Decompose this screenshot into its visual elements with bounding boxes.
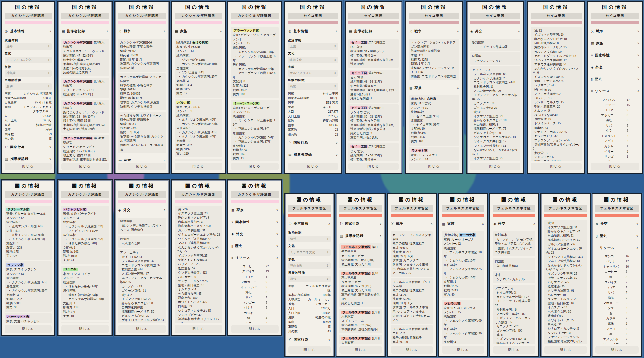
chevron-up-icon[interactable]: ∧ <box>396 29 398 33</box>
select-文化[interactable]: 猿渡文化⇕ <box>288 57 338 63</box>
select-政治体制[interactable]: 連邦⇕ <box>288 236 331 242</box>
chevron-up-icon[interactable]: ∧ <box>457 29 459 33</box>
close-button[interactable]: 閉じる <box>118 325 166 333</box>
close-button[interactable]: 閉じる <box>348 163 399 170</box>
select-政治体制[interactable]: 連邦⇕ <box>5 43 52 50</box>
country-name-button[interactable]: フェルネスタ軍管区 <box>595 205 639 212</box>
country-name-button[interactable]: カクシケルザ評議国 <box>61 13 109 19</box>
select-政治体制[interactable]: 王国⇕ <box>288 43 338 50</box>
close-button[interactable]: 閉じる <box>5 163 52 170</box>
section-header-国家行為[interactable]: ⚐国家行為∨ <box>5 141 52 153</box>
close-button[interactable]: 閉じる <box>339 346 382 354</box>
close-button[interactable]: 閉じる <box>118 163 166 170</box>
section-header-基本情報[interactable]: ♔基本情報∧ <box>5 25 52 37</box>
chevron-up-icon[interactable]: ∧ <box>533 222 535 226</box>
country-name-button[interactable]: セイコ王国 <box>470 13 520 19</box>
country-name-button[interactable]: カクシケルザ評議国 <box>231 191 279 198</box>
chevron-down-icon[interactable]: ∨ <box>49 157 51 161</box>
country-name-button[interactable]: セイコ王国 <box>348 13 399 19</box>
close-button[interactable]: 閉じる <box>231 163 279 170</box>
chevron-down-icon[interactable]: ∨ <box>336 141 338 145</box>
section-header-外交[interactable]: ◈外交∨ <box>231 228 279 240</box>
country-name-button[interactable]: カクシケルザ評議国 <box>5 13 52 19</box>
close-button[interactable]: 閉じる <box>493 346 535 354</box>
close-button[interactable]: 閉じる <box>591 163 639 170</box>
chevron-up-icon[interactable]: ∧ <box>163 208 166 212</box>
section-header-外交[interactable]: ◈外交∧ <box>470 25 520 37</box>
country-name-button[interactable]: セイコ王国 <box>288 13 338 19</box>
close-button[interactable]: 閉じる <box>409 163 459 170</box>
chevron-down-icon[interactable]: ∨ <box>637 29 639 33</box>
chevron-down-icon[interactable]: ∨ <box>276 232 278 236</box>
select-宗教[interactable]: 狂肉血教⇕ <box>288 262 331 269</box>
section-header-国家行為[interactable]: ⚐国家行為∨ <box>288 137 338 149</box>
close-button[interactable]: 閉じる <box>61 325 109 333</box>
section-header-基本情報[interactable]: ♔基本情報∧ <box>288 25 338 37</box>
country-name-button[interactable]: セイコ王国 <box>591 13 639 19</box>
select-文化[interactable]: ミテマスヨネ文化⇕ <box>5 57 52 63</box>
close-button[interactable]: 閉じる <box>61 163 109 170</box>
chevron-down-icon[interactable]: ∨ <box>637 42 639 45</box>
section-header-家族[interactable]: ▦家族∨ <box>231 204 279 216</box>
chevron-up-icon[interactable]: ∧ <box>457 86 459 90</box>
chevron-down-icon[interactable]: ∨ <box>379 222 382 226</box>
chevron-down-icon[interactable]: ∨ <box>636 222 638 226</box>
section-header-家族[interactable]: ▦家族∧ <box>442 218 484 230</box>
country-name-button[interactable]: カクシケルザ評議国 <box>5 191 52 198</box>
chevron-down-icon[interactable]: ∨ <box>637 65 639 69</box>
country-name-button[interactable]: フェルネスタ軍管区 <box>391 205 433 212</box>
section-header-リソース[interactable]: ≡リソース∧ <box>595 242 639 254</box>
section-header-指導者記録[interactable]: ▤指導者記録∧ <box>61 25 109 37</box>
country-name-button[interactable]: カクシケルザ評議国 <box>231 13 279 19</box>
country-name-button[interactable]: フェルネスタ軍管区 <box>339 205 382 212</box>
select-民族的特徴[interactable]: 商業⇕ <box>288 83 338 90</box>
chevron-down-icon[interactable]: ∨ <box>49 145 51 149</box>
chevron-down-icon[interactable]: ∨ <box>276 208 278 212</box>
section-header-国家特性[interactable]: ○国家特性∨ <box>591 49 639 61</box>
chevron-up-icon[interactable]: ∧ <box>431 222 433 226</box>
close-button[interactable]: 閉じる <box>470 163 520 170</box>
chevron-down-icon[interactable]: ∨ <box>336 153 338 157</box>
section-header-外交[interactable]: ◈外交∨ <box>591 61 639 73</box>
chevron-up-icon[interactable]: ∧ <box>336 29 338 33</box>
section-header-外交[interactable]: ◈外交∨ <box>595 218 639 230</box>
section-header-外交[interactable]: ◈外交∧ <box>493 218 535 230</box>
chevron-up-icon[interactable]: ∧ <box>106 29 109 33</box>
section-header-指導者記録[interactable]: ▤指導者記録∨ <box>5 153 52 161</box>
section-header-歴史[interactable]: ▯歴史∨ <box>591 73 639 85</box>
section-header-戦争[interactable]: ⚔戦争∧ <box>391 218 433 230</box>
section-header-外交[interactable]: ◈外交∧ <box>118 204 166 216</box>
close-button[interactable]: 閉じる <box>391 346 433 354</box>
country-name-button[interactable]: カクシケルザ評議国 <box>118 191 166 198</box>
section-header-家族[interactable]: ▦家族∧ <box>175 25 222 37</box>
chevron-down-icon[interactable]: ∨ <box>276 220 278 224</box>
country-name-button[interactable]: カクシケルザ評議国 <box>61 191 109 198</box>
chevron-up-icon[interactable]: ∧ <box>379 234 382 238</box>
section-header-戦争[interactable]: ⚔戦争∧ <box>409 25 459 37</box>
chevron-up-icon[interactable]: ∧ <box>636 246 638 250</box>
section-header-国家行為[interactable]: ⚐国家行為∨ <box>339 218 382 230</box>
country-name-button[interactable]: カクシケルザ評議国 <box>175 13 222 19</box>
select-民族的特徴[interactable]: 農耕⇕ <box>5 83 52 90</box>
close-button[interactable]: 閉じる <box>5 325 52 333</box>
close-button[interactable]: 閉じる <box>595 346 639 354</box>
chevron-up-icon[interactable]: ∧ <box>482 222 484 226</box>
select-民族的特徴[interactable]: 遊牧⇕ <box>288 276 331 282</box>
chevron-down-icon[interactable]: ∨ <box>163 159 166 161</box>
section-header-家族[interactable]: ▦家族∨ <box>118 155 166 161</box>
close-button[interactable]: 閉じる <box>288 163 338 170</box>
close-button[interactable]: 閉じる <box>175 325 222 333</box>
country-name-button[interactable]: セイコ王国 <box>531 13 582 19</box>
section-header-戦争[interactable]: ⚔戦争∧ <box>118 25 166 37</box>
section-header-歴史[interactable]: ▯歴史∨ <box>231 240 279 252</box>
close-button[interactable]: 閉じる <box>175 163 222 170</box>
section-header-国家行為[interactable]: ⚐国家行為∨ <box>288 334 331 344</box>
chevron-up-icon[interactable]: ∧ <box>163 29 166 33</box>
section-header-国家特性[interactable]: ○国家特性∨ <box>231 216 279 228</box>
chevron-down-icon[interactable]: ∨ <box>636 234 638 238</box>
close-button[interactable]: 閉じる <box>442 346 484 354</box>
select-宗教[interactable]: 神無論⇕ <box>5 70 52 77</box>
chevron-up-icon[interactable]: ∧ <box>276 256 278 260</box>
chevron-down-icon[interactable]: ∨ <box>328 338 330 342</box>
section-header-基本情報[interactable]: ♔基本情報∧ <box>288 218 331 230</box>
